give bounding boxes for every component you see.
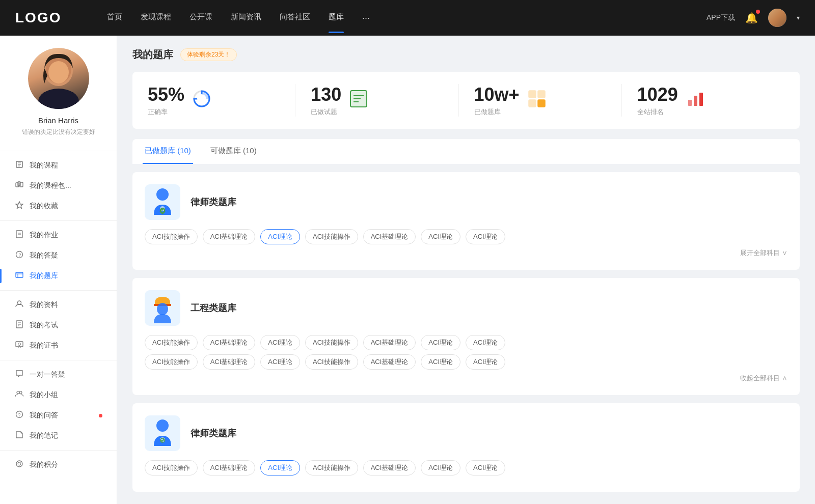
tag-2-r2-5[interactable]: ACI理论 xyxy=(421,354,460,370)
sidebar-item-favorites[interactable]: 我的收藏 xyxy=(0,196,117,216)
expand-link-2[interactable]: 收起全部科目 ∧ xyxy=(145,374,787,383)
sidebar-item-label: 我的课程包... xyxy=(30,181,102,190)
qbank-avatar-engineer xyxy=(145,290,180,326)
sidebar-item-courses[interactable]: 我的课程 xyxy=(0,155,117,176)
tag-2-r1-5[interactable]: ACI理论 xyxy=(421,335,460,350)
notifications-bell[interactable]: 🔔 xyxy=(745,12,758,24)
app-download-link[interactable]: APP下载 xyxy=(707,13,735,22)
sidebar-item-one-on-one[interactable]: 一对一答疑 xyxy=(0,365,117,385)
qbank-title-1: 律师类题库 xyxy=(191,196,236,208)
tag-1-5[interactable]: ACI理论 xyxy=(421,229,460,244)
sidebar-item-label: 我的积分 xyxy=(30,460,102,469)
svg-point-51 xyxy=(156,188,169,201)
tags-row-2-r2: ACI技能操作 ACI基础理论 ACI理论 ACI技能操作 ACI基础理论 AC… xyxy=(145,354,787,370)
tag-2-r2-4[interactable]: ACI基础理论 xyxy=(363,354,416,370)
sidebar-item-question[interactable]: ? 我的答疑 xyxy=(0,245,117,266)
tabs-row: 已做题库 (10) 可做题库 (10) xyxy=(132,139,800,164)
tag-2-r1-3[interactable]: ACI技能操作 xyxy=(305,335,358,350)
sidebar-item-profile[interactable]: 我的资料 xyxy=(0,295,117,315)
my-qa-icon: ? xyxy=(14,410,24,421)
sidebar-menu: 我的课程 我的课程包... 我的收藏 我的作业 xyxy=(0,155,117,475)
tag-3-3[interactable]: ACI技能操作 xyxy=(305,460,358,475)
tag-2-r2-3[interactable]: ACI技能操作 xyxy=(305,354,358,370)
navbar-right: APP下载 🔔 ▾ xyxy=(707,9,800,27)
sidebar-item-label: 一对一答疑 xyxy=(30,370,102,379)
tag-3-1[interactable]: ACI基础理论 xyxy=(203,460,256,475)
nav-news[interactable]: 新闻资讯 xyxy=(231,12,261,24)
points-icon xyxy=(14,460,24,470)
nav-qa[interactable]: 问答社区 xyxy=(280,12,310,24)
exam-icon xyxy=(14,320,24,330)
user-name: Brian Harris xyxy=(38,116,78,125)
page-title-row: 我的题库 体验剩余23天！ xyxy=(132,48,800,62)
sidebar-item-label: 我的答疑 xyxy=(30,251,102,260)
user-motto: 错误的决定比没有决定要好 xyxy=(12,128,105,136)
grid-icon xyxy=(528,90,546,108)
user-menu-chevron[interactable]: ▾ xyxy=(797,14,800,21)
tag-1-6[interactable]: ACI理论 xyxy=(466,229,505,244)
tab-done[interactable]: 已做题库 (10) xyxy=(143,139,193,164)
tag-1-1[interactable]: ACI基础理论 xyxy=(203,229,256,244)
star-icon xyxy=(14,201,24,211)
qbank-title-3: 律师类题库 xyxy=(191,427,236,439)
tag-1-0[interactable]: ACI技能操作 xyxy=(145,229,198,244)
sidebar-item-group[interactable]: 我的小组 xyxy=(0,385,117,405)
tag-1-4[interactable]: ACI基础理论 xyxy=(363,229,416,244)
notification-badge xyxy=(756,10,760,14)
sidebar-item-certificate[interactable]: 我的证书 xyxy=(0,335,117,356)
svg-rect-48 xyxy=(688,100,692,106)
qbank-section-engineer: 工程类题库 ACI技能操作 ACI基础理论 ACI理论 ACI技能操作 ACI基… xyxy=(132,278,800,395)
nav-qbank[interactable]: 题库 xyxy=(329,12,344,24)
tag-2-r1-0[interactable]: ACI技能操作 xyxy=(145,335,198,350)
nav-opencourse[interactable]: 公开课 xyxy=(189,12,212,24)
done-questions-value: 130 xyxy=(311,84,341,105)
sidebar-item-my-qa[interactable]: ? 我的问答 xyxy=(0,405,117,426)
tag-3-6[interactable]: ACI理论 xyxy=(466,460,505,475)
nav-home[interactable]: 首页 xyxy=(107,12,122,24)
sidebar-item-label: 我的题库 xyxy=(30,271,102,281)
main-content: 我的题库 体验剩余23天！ 55% 正确率 xyxy=(117,36,815,504)
tag-2-r1-1[interactable]: ACI基础理论 xyxy=(203,335,256,350)
tag-2-r2-1[interactable]: ACI基础理论 xyxy=(203,354,256,370)
nav-more[interactable]: ··· xyxy=(362,13,370,23)
tag-1-3[interactable]: ACI技能操作 xyxy=(305,229,358,244)
user-avatar[interactable] xyxy=(768,9,786,27)
sidebar-item-homework[interactable]: 我的作业 xyxy=(0,225,117,245)
lawyer-avatar-svg-2 xyxy=(150,418,175,449)
sidebar-divider-1 xyxy=(0,220,117,221)
qbank-avatar-lawyer-2 xyxy=(145,415,180,451)
tag-2-r2-2[interactable]: ACI理论 xyxy=(260,354,300,370)
tag-3-4[interactable]: ACI基础理论 xyxy=(363,460,416,475)
tab-available[interactable]: 可做题库 (10) xyxy=(208,139,259,164)
tag-3-5[interactable]: ACI理论 xyxy=(421,460,460,475)
sidebar-item-notes[interactable]: 我的笔记 xyxy=(0,426,117,446)
tag-2-r2-6[interactable]: ACI理论 xyxy=(466,354,505,370)
tag-2-r1-4[interactable]: ACI基础理论 xyxy=(363,335,416,350)
svg-point-30 xyxy=(19,391,22,394)
accuracy-icon xyxy=(193,90,211,111)
logo[interactable]: LOGO xyxy=(15,10,76,26)
notes-icon xyxy=(14,431,24,441)
tag-3-0[interactable]: ACI技能操作 xyxy=(145,460,198,475)
bar-chart-icon xyxy=(686,90,704,108)
nav-discover[interactable]: 发现课程 xyxy=(141,12,171,24)
site-rank-value: 1029 xyxy=(637,84,678,105)
sidebar-divider-top xyxy=(0,151,117,151)
qbank-title-area-1: 律师类题库 xyxy=(191,196,236,208)
expand-link-1[interactable]: 展开全部科目 ∨ xyxy=(145,248,787,258)
sidebar-item-points[interactable]: 我的积分 xyxy=(0,455,117,475)
qbank-title-2: 工程类题库 xyxy=(191,302,236,314)
tag-2-r1-2[interactable]: ACI理论 xyxy=(260,335,300,350)
homework-icon xyxy=(14,230,24,240)
svg-point-36 xyxy=(18,462,21,465)
tag-2-r2-0[interactable]: ACI技能操作 xyxy=(145,354,198,370)
sidebar-item-course-package[interactable]: 我的课程包... xyxy=(0,176,117,196)
one-on-one-icon xyxy=(14,370,24,380)
tag-2-r1-6[interactable]: ACI理论 xyxy=(466,335,505,350)
tag-1-2[interactable]: ACI理论 xyxy=(260,229,300,244)
sidebar-item-qbank[interactable]: 我的题库 xyxy=(0,266,117,286)
trial-badge: 体验剩余23天！ xyxy=(180,48,237,61)
tag-3-2[interactable]: ACI理论 xyxy=(260,460,300,475)
svg-rect-17 xyxy=(16,272,23,277)
sidebar-item-exam[interactable]: 我的考试 xyxy=(0,315,117,335)
